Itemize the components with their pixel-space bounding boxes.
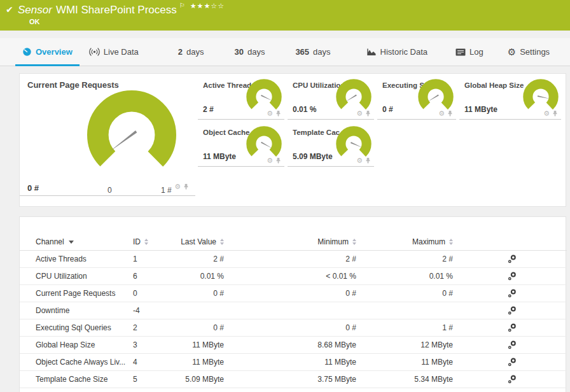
log-icon (455, 48, 466, 56)
channel-settings-icon[interactable] (508, 306, 517, 315)
cell-id: 5 (132, 370, 161, 388)
cell-channel[interactable]: Downtime (20, 302, 132, 319)
sort-icon (449, 239, 453, 245)
cell-last-value: 0 # (161, 319, 225, 336)
tab-2-days[interactable]: 2 days (170, 38, 212, 66)
cell-last-value: 0.01 % (161, 267, 225, 284)
column-label: Last Value (181, 237, 216, 246)
gear-icon[interactable]: ⚙ (267, 157, 273, 164)
channel-settings-icon[interactable] (508, 375, 517, 384)
cell-maximum: 11 MByte (357, 353, 454, 370)
table-row[interactable]: CPU Utilization 6 0.01 % < 0.01 % 0.01 % (20, 267, 567, 284)
gauge-value: 0 # (27, 183, 39, 193)
priority-stars[interactable]: ★★★☆☆ (190, 2, 225, 10)
cell-channel[interactable]: Object Cache Always Liv... (20, 353, 132, 370)
table-row[interactable]: Current Page Requests 0 0 # 0 # 0 # (20, 284, 567, 302)
gear-icon[interactable]: ⚙ (438, 110, 445, 117)
gauge-value: 0.01 % (293, 105, 316, 114)
cell-maximum: 5.34 MByte (357, 370, 454, 388)
table-row[interactable]: Template Cache Size 5 5.09 MByte 3.75 MB… (20, 370, 567, 388)
tab-settings[interactable]: ⚙ Settings (499, 38, 558, 66)
column-header-id[interactable]: ID (132, 234, 161, 250)
cell-minimum: 3.75 MByte (225, 370, 357, 388)
gauge-panel[interactable]: CPU Utilization 0.01 % ⚙ (288, 76, 374, 120)
channel-table: Channel ID Last Value Minimum Maximum Ac… (20, 234, 567, 388)
gauge-dial (418, 79, 454, 115)
table-row[interactable]: Object Cache Always Liv... 4 11 MByte 11… (20, 353, 567, 370)
gauge-panel[interactable]: Executing Sql Queries 0 # ⚙ (377, 76, 456, 120)
cell-last-value: 11 MByte (161, 336, 225, 353)
gauge-panel[interactable]: Active Threads 2 # ⚙ (198, 76, 284, 120)
channel-settings-icon[interactable] (508, 323, 517, 332)
tab-number: 365 (295, 47, 309, 57)
gauge-panel[interactable]: Object Cache Always L... 11 MByte ⚙ (198, 123, 284, 167)
column-header-maximum[interactable]: Maximum (357, 234, 454, 250)
table-row[interactable]: Executing Sql Queries 2 0 # 0 # 1 # (20, 319, 567, 336)
cell-channel[interactable]: Template Cache Size (20, 370, 132, 388)
tab-30-days[interactable]: 30 days (226, 38, 273, 66)
tab-label: days (186, 47, 204, 57)
sort-icon (220, 239, 224, 245)
pin-icon[interactable] (275, 110, 281, 117)
cell-minimum: 8.68 MByte (225, 336, 357, 353)
gear-icon[interactable]: ⚙ (356, 110, 363, 117)
gauge-panel[interactable]: Template Cache Size 5.09 MByte ⚙ (288, 123, 374, 167)
cell-channel[interactable]: Active Threads (20, 250, 132, 267)
sort-icon (352, 239, 356, 245)
cell-minimum: 2 # (225, 250, 357, 267)
flag-icon[interactable]: ⚐ (179, 2, 185, 9)
gauge-title: Current Page Requests (27, 80, 119, 90)
cell-minimum: < 0.01 % (225, 267, 357, 284)
tab-overview[interactable]: Overview (14, 38, 81, 66)
gauge-panel[interactable]: Global Heap Size 11 MByte ⚙ (459, 76, 561, 120)
gauges-panel: Current Page Requests 0 1 # 0 # ⚙ Active… (19, 73, 566, 207)
live-data-icon (89, 48, 100, 56)
cell-minimum: 0 # (225, 284, 357, 302)
gear-icon[interactable]: ⚙ (267, 110, 273, 117)
tab-live-data[interactable]: Live Data (81, 38, 147, 66)
column-header-channel[interactable]: Channel (20, 234, 132, 250)
tab-historic-data[interactable]: Historic Data (358, 38, 436, 66)
channel-settings-icon[interactable] (508, 340, 517, 349)
channel-table-panel: Channel ID Last Value Minimum Maximum Ac… (19, 216, 566, 392)
sensor-header: ✔ SensorWMI SharePoint Process⚐★★★☆☆ OK (0, 0, 570, 31)
gauge-dial (336, 126, 372, 162)
channel-settings-icon[interactable] (508, 289, 517, 298)
primary-gauge-panel[interactable]: Current Page Requests 0 1 # 0 # ⚙ (20, 74, 195, 196)
pin-icon[interactable] (552, 110, 558, 117)
tab-bar: Overview Live Data 2 days 30 days 365 da… (0, 38, 570, 66)
cell-minimum (225, 302, 357, 319)
cell-maximum: 2 # (357, 250, 454, 267)
table-row[interactable]: Active Threads 1 2 # 2 # 2 # (20, 250, 567, 267)
table-row[interactable]: Global Heap Size 3 11 MByte 8.68 MByte 1… (20, 336, 567, 353)
tab-label: Log (469, 47, 483, 57)
pin-icon[interactable] (183, 183, 189, 190)
column-header-minimum[interactable]: Minimum (225, 234, 357, 250)
pin-icon[interactable] (365, 157, 371, 164)
gear-icon[interactable]: ⚙ (356, 157, 363, 164)
pin-icon[interactable] (275, 157, 281, 164)
tab-log[interactable]: Log (447, 38, 492, 66)
cell-channel[interactable]: Executing Sql Queries (20, 319, 132, 336)
gear-icon[interactable]: ⚙ (174, 183, 181, 190)
cell-channel[interactable]: Global Heap Size (20, 336, 132, 353)
gear-icon: ⚙ (508, 47, 516, 57)
tab-365-days[interactable]: 365 days (287, 38, 338, 66)
cell-maximum: 12 MByte (357, 336, 454, 353)
pin-icon[interactable] (365, 110, 371, 117)
cell-channel[interactable]: Current Page Requests (20, 284, 132, 302)
channel-settings-icon[interactable] (508, 255, 517, 263)
column-label: Channel (36, 237, 64, 246)
historic-chart-icon (366, 48, 377, 56)
channel-settings-icon[interactable] (508, 272, 517, 281)
channel-settings-icon[interactable] (508, 358, 517, 367)
cell-maximum (357, 302, 454, 319)
cell-id: 0 (132, 284, 161, 302)
column-header-last-value[interactable]: Last Value (161, 234, 225, 250)
gear-icon[interactable]: ⚙ (543, 110, 550, 117)
pin-icon[interactable] (447, 110, 453, 117)
cell-id: 2 (132, 319, 161, 336)
sensor-title: WMI SharePoint Process (56, 4, 177, 16)
table-row[interactable]: Downtime -4 (20, 302, 567, 319)
cell-channel[interactable]: CPU Utilization (20, 267, 132, 284)
